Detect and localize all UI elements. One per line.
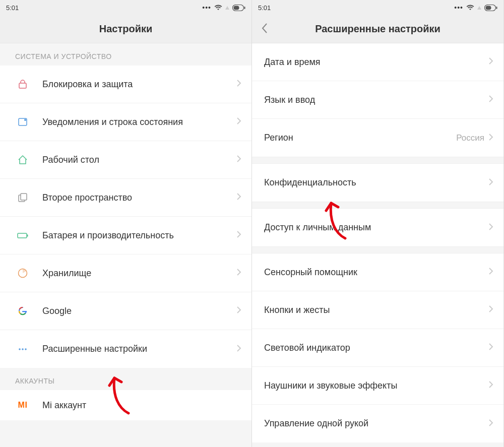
item-lock[interactable]: Блокировка и защита bbox=[0, 66, 251, 103]
item-language-input[interactable]: Язык и ввод bbox=[252, 81, 503, 119]
more-status-icon: ••• bbox=[454, 4, 463, 12]
item-label: Управление одной рукой bbox=[264, 417, 488, 429]
item-value: Россия bbox=[456, 133, 484, 143]
signal-icon bbox=[225, 6, 229, 10]
chevron-right-icon bbox=[236, 155, 241, 165]
chevron-right-icon bbox=[236, 230, 241, 240]
svg-rect-15 bbox=[496, 7, 497, 9]
home-icon bbox=[15, 154, 30, 165]
advanced-settings-screen: 5:01 ••• Расширенные настройки Дата и вр… bbox=[252, 0, 504, 447]
header: Расширенные настройки bbox=[252, 15, 503, 43]
item-one-hand-mode[interactable]: Управление одной рукой bbox=[252, 405, 503, 442]
item-privacy[interactable]: Конфиденциальность bbox=[252, 164, 503, 202]
item-led-indicator[interactable]: Световой индикатор bbox=[252, 329, 503, 367]
item-label: Доступ к личным данным bbox=[264, 221, 488, 233]
chevron-right-icon bbox=[488, 178, 493, 188]
item-label: Батарея и производительность bbox=[42, 229, 236, 241]
svg-rect-2 bbox=[234, 6, 239, 10]
status-time: 5:01 bbox=[258, 4, 271, 12]
chevron-right-icon bbox=[488, 57, 493, 67]
item-label: Mi аккаунт bbox=[42, 399, 241, 411]
svg-rect-1 bbox=[244, 7, 245, 9]
item-label: Регион bbox=[264, 132, 456, 144]
chevron-right-icon bbox=[488, 133, 493, 143]
section-header-system: СИСТЕМА И УСТРОЙСТВО bbox=[0, 43, 251, 66]
item-label: Рабочий стол bbox=[42, 154, 236, 166]
battery-icon bbox=[484, 5, 497, 11]
item-label: Расширенные настройки bbox=[42, 343, 236, 355]
chevron-right-icon bbox=[236, 344, 241, 354]
item-label: Google bbox=[42, 305, 236, 317]
chevron-right-icon bbox=[488, 305, 493, 315]
item-google[interactable]: Google bbox=[0, 292, 251, 330]
status-bar: 5:01 ••• bbox=[252, 0, 503, 15]
item-battery[interactable]: Батарея и производительность bbox=[0, 217, 251, 254]
mi-icon: MI bbox=[15, 401, 30, 410]
item-label: Наушники и звуковые эффекты bbox=[264, 379, 488, 392]
item-buttons-gestures[interactable]: Кнопки и жесты bbox=[252, 291, 503, 329]
notify-icon bbox=[15, 116, 30, 127]
item-storage[interactable]: Хранилище bbox=[0, 254, 251, 292]
chevron-right-icon bbox=[488, 95, 493, 105]
chevron-right-icon bbox=[488, 223, 493, 233]
item-second-space[interactable]: Второе пространство bbox=[0, 179, 251, 217]
item-label: Кнопки и жесты bbox=[264, 304, 488, 316]
item-label: Конфиденциальность bbox=[264, 176, 488, 188]
storage-icon bbox=[15, 268, 30, 279]
status-time: 5:01 bbox=[6, 4, 19, 12]
chevron-right-icon bbox=[488, 419, 493, 429]
item-label: Уведомления и строка состояния bbox=[42, 116, 236, 128]
item-headphones-audio[interactable]: Наушники и звуковые эффекты bbox=[252, 367, 503, 405]
settings-screen: 5:01 ••• Настройки СИСТЕМА И УСТРОЙСТВО … bbox=[0, 0, 252, 447]
chevron-right-icon bbox=[488, 343, 493, 353]
item-personal-data-access[interactable]: Доступ к личным данным bbox=[252, 209, 503, 246]
item-notifications[interactable]: Уведомления и строка состояния bbox=[0, 103, 251, 141]
item-label: Хранилище bbox=[42, 267, 236, 279]
chevron-right-icon bbox=[236, 79, 241, 89]
item-label: Второе пространство bbox=[42, 191, 236, 204]
svg-rect-16 bbox=[486, 6, 491, 10]
item-label: Дата и время bbox=[264, 56, 488, 68]
chevron-right-icon bbox=[236, 193, 241, 203]
item-date-time[interactable]: Дата и время bbox=[252, 43, 503, 81]
svg-rect-3 bbox=[19, 83, 26, 88]
status-bar: 5:01 ••• bbox=[0, 0, 251, 15]
more-icon bbox=[15, 344, 30, 355]
advanced-settings-list[interactable]: Дата и время Язык и ввод Регион Россия К… bbox=[252, 43, 503, 447]
svg-rect-7 bbox=[21, 194, 27, 200]
svg-point-13 bbox=[25, 348, 27, 350]
svg-rect-9 bbox=[27, 235, 28, 237]
svg-point-11 bbox=[19, 348, 21, 350]
google-icon bbox=[15, 305, 30, 316]
svg-rect-8 bbox=[18, 233, 27, 238]
item-mi-account[interactable]: MI Mi аккаунт bbox=[0, 390, 251, 420]
settings-list[interactable]: СИСТЕМА И УСТРОЙСТВО Блокировка и защита… bbox=[0, 43, 251, 447]
chevron-right-icon bbox=[236, 268, 241, 278]
item-home-screen[interactable]: Рабочий стол bbox=[0, 141, 251, 179]
item-label: Сенсорный помощник bbox=[264, 266, 488, 278]
wifi-icon bbox=[214, 5, 222, 11]
section-header-accounts: АККАУНТЫ bbox=[0, 368, 251, 390]
item-label: Блокировка и защита bbox=[42, 78, 236, 90]
item-touch-assistant[interactable]: Сенсорный помощник bbox=[252, 253, 503, 291]
page-title: Настройки bbox=[99, 23, 153, 35]
back-button[interactable] bbox=[261, 23, 268, 36]
svg-point-12 bbox=[22, 348, 24, 350]
item-label: Язык и ввод bbox=[264, 94, 488, 106]
more-status-icon: ••• bbox=[202, 4, 211, 12]
chevron-right-icon bbox=[236, 306, 241, 316]
chevron-right-icon bbox=[236, 117, 241, 127]
battery-icon bbox=[232, 5, 245, 11]
signal-icon bbox=[477, 6, 481, 10]
page-title: Расширенные настройки bbox=[315, 23, 440, 35]
item-region[interactable]: Регион Россия bbox=[252, 119, 503, 157]
svg-point-5 bbox=[24, 119, 26, 121]
item-advanced-settings[interactable]: Расширенные настройки bbox=[0, 330, 251, 368]
wifi-icon bbox=[466, 5, 474, 11]
second-space-icon bbox=[15, 192, 30, 203]
item-label: Световой индикатор bbox=[264, 342, 488, 354]
battery-perf-icon bbox=[15, 230, 30, 241]
header: Настройки bbox=[0, 15, 251, 43]
lock-icon bbox=[15, 79, 30, 90]
chevron-right-icon bbox=[488, 380, 493, 391]
